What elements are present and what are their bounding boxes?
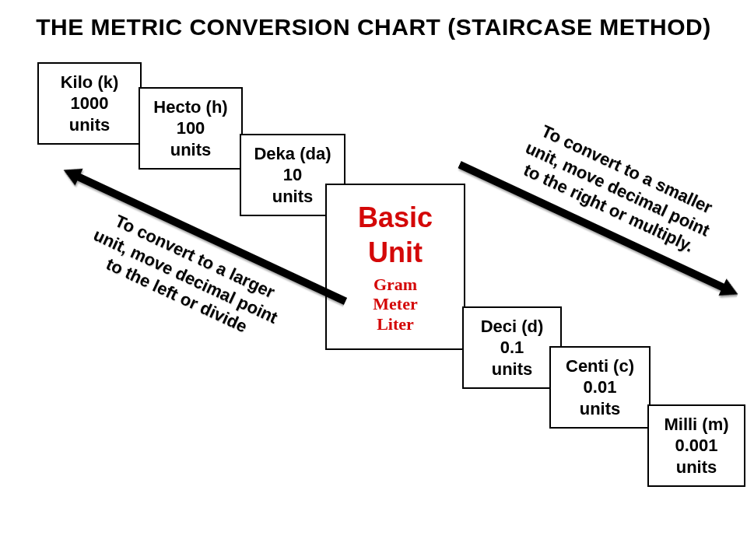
step-label: Hecto (h) [153, 96, 227, 118]
basic-unit-sub1: Gram [373, 275, 417, 294]
step-value: 0.001 [675, 435, 717, 457]
step-label: Milli (m) [664, 414, 728, 436]
step-units: units [492, 359, 533, 380]
step-value: 1000 [71, 93, 109, 114]
page-title: THE METRIC CONVERSION CHART (STAIRCASE M… [0, 14, 747, 40]
step-units: units [170, 139, 212, 161]
step-units: units [69, 114, 110, 136]
basic-unit-line2: Unit [368, 235, 423, 270]
step-value: 0.1 [500, 337, 524, 359]
step-units: units [580, 398, 621, 420]
basic-unit-line1: Basic [358, 200, 433, 235]
diaigram-stage: THE METRIC CONVERSION CHART (STAIRCASE M… [0, 0, 747, 560]
arrow-smaller-group: To convert to a smaller unit, move decim… [455, 95, 747, 304]
step-label: Deci (d) [481, 316, 544, 338]
step-value: 10 [283, 164, 302, 186]
step-value: 0.01 [584, 376, 617, 398]
step-milli: Milli (m) 0.001 units [647, 404, 745, 487]
step-deci: Deci (d) 0.1 units [462, 306, 562, 389]
step-units: units [272, 186, 314, 208]
step-label: Centi (c) [566, 355, 634, 377]
step-value: 100 [177, 117, 205, 139]
step-label: Deka (da) [254, 143, 331, 165]
step-units: units [676, 457, 717, 478]
basic-unit-sub3: Liter [373, 314, 417, 334]
step-hecto: Hecto (h) 100 units [139, 87, 243, 170]
step-kilo: Kilo (k) 1000 units [37, 62, 142, 145]
basic-unit-sub2: Meter [373, 294, 417, 313]
step-centi: Centi (c) 0.01 units [549, 346, 651, 429]
step-label: Kilo (k) [61, 72, 119, 93]
step-basic-unit: Basic Unit Gram Meter Liter [325, 184, 465, 350]
